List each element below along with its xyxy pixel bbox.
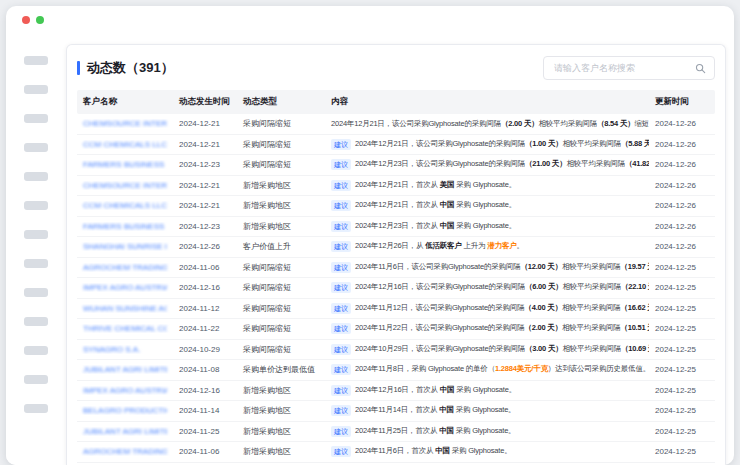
table-row[interactable]: CHEMSOURCE INTERNATIONAL L...2024-12-21采… bbox=[77, 114, 715, 135]
customer-name-link[interactable]: JUBILANT AGRI LIMITED bbox=[83, 365, 167, 374]
table-row[interactable]: THRIVE CHEMICAL CO.2024-11-22采购间隔缩短建议202… bbox=[77, 319, 715, 340]
customer-name-link[interactable]: SHANGHAI SUNRISE INTER... bbox=[83, 242, 167, 251]
event-content-cell: 建议2024年11月22日，该公司采购Glyphosate的采购间隔（2.00 … bbox=[325, 323, 649, 334]
table-row[interactable]: SHANGHAI SUNRISE INTER...2024-12-26客户价值上… bbox=[77, 237, 715, 258]
event-time-cell: 2024-12-21 bbox=[173, 140, 237, 149]
customer-name-link[interactable]: BELAGRO PRODUCTIO... bbox=[83, 406, 167, 415]
suggestion-badge: 建议 bbox=[331, 446, 351, 457]
customer-name-link[interactable]: IMPEX AGRO AUSTRIA... bbox=[83, 386, 167, 395]
event-content-cell: 建议2024年12月16日，该公司采购Glyphosate的采购间隔（6.00 … bbox=[325, 282, 649, 293]
table-row[interactable]: JUBILANT AGRI LIMITED2024-11-25新增采购地区建议2… bbox=[77, 422, 715, 443]
customer-name-cell: BELAGRO PRODUCTIO... bbox=[77, 406, 173, 415]
close-window-icon[interactable] bbox=[22, 16, 30, 24]
sidebar-menu-item[interactable] bbox=[24, 114, 48, 123]
content-text-segment: （19.57 天） bbox=[620, 262, 649, 271]
event-time-cell: 2024-11-25 bbox=[173, 427, 237, 436]
table-body: CHEMSOURCE INTERNATIONAL L...2024-12-21采… bbox=[77, 114, 715, 465]
customer-name-cell: CCM CHEMICALS LLC bbox=[77, 140, 173, 149]
sidebar-menu-item[interactable] bbox=[24, 143, 48, 152]
customer-name-link[interactable]: WUHAN SUNSHINE AGRIC... bbox=[83, 304, 167, 313]
customer-name-link[interactable]: AGROCHEM TRADING COMPA... bbox=[83, 447, 167, 456]
customer-name-link[interactable]: JUBILANT AGRI LIMITED bbox=[83, 427, 167, 436]
event-content-cell: 建议2024年11月14日，首次从 中国 采购 Glyphosate。 bbox=[325, 405, 649, 416]
content-text-segment: 采购 Glyphosate。 bbox=[454, 201, 516, 210]
customer-name-link[interactable]: CHEMSOURCE INTERNATIONAL L... bbox=[83, 119, 167, 128]
column-header-customer-name: 客户名称 bbox=[77, 96, 173, 108]
customer-name-cell: JUBILANT AGRI LIMITED bbox=[77, 365, 173, 374]
event-content-cell: 建议2024年12月21日，该公司采购Glyphosate的采购间隔（1.00 … bbox=[325, 139, 649, 150]
event-time-cell: 2024-10-29 bbox=[173, 345, 237, 354]
search-input[interactable] bbox=[552, 62, 695, 74]
event-time-cell: 2024-12-21 bbox=[173, 119, 237, 128]
suggestion-badge: 建议 bbox=[331, 200, 351, 211]
sidebar-menu-item[interactable] bbox=[24, 346, 48, 355]
panel-header: 动态数（391） bbox=[77, 53, 715, 83]
table-row[interactable]: WUHAN SUNSHINE AGRIC...2024-11-12采购间隔缩短建… bbox=[77, 299, 715, 320]
customer-name-link[interactable]: CCM CHEMICALS LLC bbox=[83, 140, 167, 149]
sidebar-menu-item[interactable] bbox=[24, 172, 48, 181]
customer-name-cell: WUHAN SUNSHINE AGRIC... bbox=[77, 304, 173, 313]
table-row[interactable]: SYNAGRO S.A.2024-10-29采购间隔缩短建议2024年10月29… bbox=[77, 340, 715, 361]
content-text-segment: 相较平均采购间隔 bbox=[562, 303, 620, 312]
event-time-cell: 2024-12-21 bbox=[173, 181, 237, 190]
content-text-segment: （10.51 天） bbox=[620, 324, 649, 333]
event-content-cell: 建议2024年12月26日，从 低活跃客户 上升为 潜力客户。 bbox=[325, 241, 649, 252]
event-time-cell: 2024-12-23 bbox=[173, 160, 237, 169]
customer-name-link[interactable]: IMPEX AGRO AUSTRIA... bbox=[83, 283, 167, 292]
customer-name-link[interactable]: THRIVE CHEMICAL CO. bbox=[83, 324, 167, 333]
sidebar-menu-item[interactable] bbox=[24, 404, 48, 413]
update-time-cell: 2024-12-25 bbox=[649, 447, 715, 456]
event-type-cell: 采购间隔缩短 bbox=[237, 344, 325, 355]
event-time-cell: 2024-12-21 bbox=[173, 201, 237, 210]
customer-name-link[interactable]: AGROCHEM TRADING COMPA... bbox=[83, 263, 167, 272]
table-row[interactable]: CHEMSOURCE INTERNATIONAL L...2024-12-21新… bbox=[77, 176, 715, 197]
sidebar-menu-item[interactable] bbox=[24, 56, 48, 65]
sidebar-menu-item[interactable] bbox=[24, 288, 48, 297]
sidebar-menu-item[interactable] bbox=[24, 259, 48, 268]
search-icon[interactable] bbox=[695, 63, 706, 74]
content-text-segment: 2024年12月26日，从 bbox=[355, 242, 425, 251]
event-time-cell: 2024-11-14 bbox=[173, 406, 237, 415]
sidebar-menu-item[interactable] bbox=[24, 230, 48, 239]
event-type-cell: 采购间隔缩短 bbox=[237, 323, 325, 334]
customer-name-link[interactable]: FARMERS BUSINESS NET... bbox=[83, 160, 167, 169]
event-type-cell: 新增采购地区 bbox=[237, 221, 325, 232]
event-content-cell: 建议2024年11月25日，首次从 中国 采购 Glyphosate。 bbox=[325, 426, 649, 437]
table-row[interactable]: FARMERS BUSINESS NET...2024-12-23新增采购地区建… bbox=[77, 217, 715, 238]
sidebar-menu-item[interactable] bbox=[24, 85, 48, 94]
table-row[interactable]: IMPEX AGRO AUSTRIA...2024-12-16采购间隔缩短建议2… bbox=[77, 278, 715, 299]
sidebar-menu-item[interactable] bbox=[24, 201, 48, 210]
maximize-window-icon[interactable] bbox=[36, 16, 44, 24]
event-type-cell: 新增采购地区 bbox=[237, 405, 325, 416]
content-text-segment: （4.00 天） bbox=[524, 303, 562, 312]
content-text-segment: 中国 bbox=[440, 385, 455, 394]
sidebar-menu-item[interactable] bbox=[24, 375, 48, 384]
table-row[interactable]: JUBILANT AGRI LIMITED2024-11-08采购单价达到最低值… bbox=[77, 360, 715, 381]
table-row[interactable]: IMPEX AGRO AUSTRIA...2024-12-16新增采购地区建议2… bbox=[77, 381, 715, 402]
event-type-cell: 采购单价达到最低值 bbox=[237, 364, 325, 375]
table-row[interactable]: BELAGRO PRODUCTIO...2024-11-14新增采购地区建议20… bbox=[77, 401, 715, 422]
content-text-segment: （22.10 天） bbox=[621, 283, 649, 292]
table-row[interactable]: FARMERS BUSINESS NET...2024-12-23采购间隔缩短建… bbox=[77, 155, 715, 176]
customer-name-link[interactable]: CCM CHEMICALS LLC bbox=[83, 201, 167, 210]
customer-name-link[interactable]: FARMERS BUSINESS NET... bbox=[83, 222, 167, 231]
content-text-segment: 2024年11月8日，采购 Glyphosate 的单价（ bbox=[355, 365, 495, 374]
table-row[interactable]: CCM CHEMICALS LLC2024-12-21新增采购地区建议2024年… bbox=[77, 196, 715, 217]
customer-name-link[interactable]: SYNAGRO S.A. bbox=[83, 345, 167, 354]
table-row[interactable]: AGROCHEM TRADING COMPA...2024-11-06采购间隔缩… bbox=[77, 258, 715, 279]
event-type-cell: 新增采购地区 bbox=[237, 446, 325, 457]
content-text-segment: 2024年12月16日，该公司采购Glyphosate的采购间隔 bbox=[355, 283, 525, 292]
suggestion-badge: 建议 bbox=[331, 385, 351, 396]
content-text-segment: （2.00 天） bbox=[501, 119, 539, 128]
customer-name-cell: IMPEX AGRO AUSTRIA... bbox=[77, 386, 173, 395]
table-row[interactable]: CCM CHEMICALS LLC2024-12-21采购间隔缩短建议2024年… bbox=[77, 135, 715, 156]
event-time-cell: 2024-12-16 bbox=[173, 386, 237, 395]
content-text-segment: 相较平均采购间隔 bbox=[563, 283, 621, 292]
table-header-row: 客户名称 动态发生时间 动态类型 内容 更新时间 bbox=[77, 90, 715, 114]
customer-search-box[interactable] bbox=[543, 56, 715, 80]
content-text-segment: （10.69 天） bbox=[621, 344, 649, 353]
sidebar-menu-item[interactable] bbox=[24, 317, 48, 326]
table-row[interactable]: AGROCHEM TRADING COMPA...2024-11-06新增采购地… bbox=[77, 442, 715, 463]
customer-name-link[interactable]: CHEMSOURCE INTERNATIONAL L... bbox=[83, 181, 167, 190]
sidebar bbox=[6, 34, 64, 465]
